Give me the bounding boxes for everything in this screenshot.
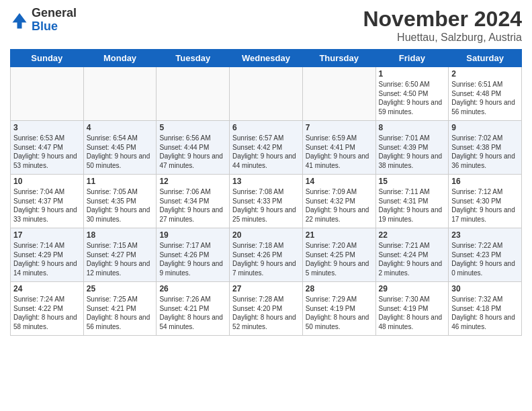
page-container: General Blue November 2024 Huettau, Salz… [0, 0, 532, 339]
day-info: Sunrise: 7:32 AM Sunset: 4:18 PM Dayligh… [451, 295, 519, 331]
header-row: Sunday Monday Tuesday Wednesday Thursday… [11, 50, 522, 67]
day-number: 18 [87, 230, 154, 240]
col-tuesday: Tuesday [157, 50, 230, 67]
day-number: 7 [306, 123, 373, 132]
day-info: Sunrise: 7:14 AM Sunset: 4:29 PM Dayligh… [13, 241, 81, 277]
day-info: Sunrise: 6:59 AM Sunset: 4:41 PM Dayligh… [306, 134, 373, 170]
day-number: 26 [159, 284, 226, 293]
day-number: 9 [451, 123, 519, 132]
day-info: Sunrise: 7:06 AM Sunset: 4:34 PM Dayligh… [159, 187, 226, 224]
day-info: Sunrise: 7:12 AM Sunset: 4:30 PM Dayligh… [451, 187, 519, 224]
day-info: Sunrise: 7:01 AM Sunset: 4:39 PM Dayligh… [379, 134, 446, 170]
day-info: Sunrise: 7:18 AM Sunset: 4:26 PM Dayligh… [232, 241, 300, 277]
logo-icon [10, 11, 29, 30]
calendar-cell: 27Sunrise: 7:28 AM Sunset: 4:20 PM Dayli… [230, 282, 303, 336]
day-info: Sunrise: 7:26 AM Sunset: 4:21 PM Dayligh… [159, 295, 226, 331]
svg-marker-0 [13, 13, 27, 28]
day-info: Sunrise: 7:05 AM Sunset: 4:35 PM Dayligh… [87, 187, 154, 224]
day-number: 27 [232, 284, 300, 293]
day-number: 17 [13, 230, 81, 240]
day-info: Sunrise: 6:56 AM Sunset: 4:44 PM Dayligh… [159, 134, 226, 170]
day-number: 12 [159, 177, 226, 186]
day-number: 4 [87, 123, 154, 132]
calendar-cell [302, 67, 375, 121]
day-number: 23 [451, 230, 519, 240]
day-info: Sunrise: 7:08 AM Sunset: 4:33 PM Dayligh… [232, 187, 300, 224]
day-number: 30 [451, 284, 519, 293]
day-number: 3 [13, 123, 81, 132]
day-number: 24 [13, 284, 81, 293]
day-info: Sunrise: 7:24 AM Sunset: 4:22 PM Dayligh… [13, 295, 81, 331]
day-number: 21 [306, 230, 373, 240]
calendar-cell [83, 67, 157, 121]
day-number: 1 [379, 69, 446, 79]
day-info: Sunrise: 7:25 AM Sunset: 4:21 PM Dayligh… [87, 295, 154, 331]
calendar-cell: 30Sunrise: 7:32 AM Sunset: 4:18 PM Dayli… [449, 282, 522, 336]
calendar-cell: 25Sunrise: 7:25 AM Sunset: 4:21 PM Dayli… [83, 282, 157, 336]
week-row-1: 3Sunrise: 6:53 AM Sunset: 4:47 PM Daylig… [11, 121, 522, 175]
calendar-cell: 24Sunrise: 7:24 AM Sunset: 4:22 PM Dayli… [11, 282, 84, 336]
day-info: Sunrise: 7:17 AM Sunset: 4:26 PM Dayligh… [159, 241, 226, 277]
calendar-cell: 16Sunrise: 7:12 AM Sunset: 4:30 PM Dayli… [449, 175, 522, 228]
calendar-cell: 15Sunrise: 7:11 AM Sunset: 4:31 PM Dayli… [375, 175, 449, 228]
calendar-cell: 12Sunrise: 7:06 AM Sunset: 4:34 PM Dayli… [157, 175, 230, 228]
day-number: 2 [451, 69, 519, 79]
col-thursday: Thursday [302, 50, 375, 67]
calendar-cell: 17Sunrise: 7:14 AM Sunset: 4:29 PM Dayli… [11, 228, 84, 282]
calendar-cell: 14Sunrise: 7:09 AM Sunset: 4:32 PM Dayli… [302, 175, 375, 228]
day-info: Sunrise: 6:53 AM Sunset: 4:47 PM Dayligh… [13, 134, 81, 170]
col-sunday: Sunday [11, 50, 84, 67]
calendar-cell [230, 67, 303, 121]
day-info: Sunrise: 7:11 AM Sunset: 4:31 PM Dayligh… [379, 187, 446, 224]
calendar-cell: 21Sunrise: 7:20 AM Sunset: 4:25 PM Dayli… [302, 228, 375, 282]
day-number: 28 [306, 284, 373, 293]
day-number: 10 [13, 177, 81, 186]
month-title: November 2024 [363, 7, 522, 32]
day-number: 19 [159, 230, 226, 240]
day-number: 11 [87, 177, 154, 186]
title-block: November 2024 Huettau, Salzburg, Austria [363, 7, 522, 44]
calendar-cell [11, 67, 84, 121]
calendar-cell: 26Sunrise: 7:26 AM Sunset: 4:21 PM Dayli… [157, 282, 230, 336]
day-number: 15 [379, 177, 446, 186]
day-number: 13 [232, 177, 300, 186]
day-info: Sunrise: 7:04 AM Sunset: 4:37 PM Dayligh… [13, 187, 81, 224]
calendar-cell: 18Sunrise: 7:15 AM Sunset: 4:27 PM Dayli… [83, 228, 157, 282]
calendar-cell: 3Sunrise: 6:53 AM Sunset: 4:47 PM Daylig… [11, 121, 84, 175]
logo-general: General [32, 6, 77, 19]
col-saturday: Saturday [449, 50, 522, 67]
day-number: 8 [379, 123, 446, 132]
header: General Blue November 2024 Huettau, Salz… [10, 7, 522, 44]
day-number: 6 [232, 123, 300, 132]
calendar-cell: 9Sunrise: 7:02 AM Sunset: 4:38 PM Daylig… [449, 121, 522, 175]
calendar-cell: 11Sunrise: 7:05 AM Sunset: 4:35 PM Dayli… [83, 175, 157, 228]
day-info: Sunrise: 7:28 AM Sunset: 4:20 PM Dayligh… [232, 295, 300, 331]
day-number: 29 [379, 284, 446, 293]
col-monday: Monday [83, 50, 157, 67]
week-row-2: 10Sunrise: 7:04 AM Sunset: 4:37 PM Dayli… [11, 175, 522, 228]
calendar-cell: 13Sunrise: 7:08 AM Sunset: 4:33 PM Dayli… [230, 175, 303, 228]
calendar-table: Sunday Monday Tuesday Wednesday Thursday… [10, 49, 522, 336]
calendar-cell: 29Sunrise: 7:30 AM Sunset: 4:19 PM Dayli… [375, 282, 449, 336]
calendar-cell: 10Sunrise: 7:04 AM Sunset: 4:37 PM Dayli… [11, 175, 84, 228]
calendar-cell: 23Sunrise: 7:22 AM Sunset: 4:23 PM Dayli… [449, 228, 522, 282]
location: Huettau, Salzburg, Austria [363, 32, 522, 44]
day-number: 25 [87, 284, 154, 293]
col-wednesday: Wednesday [230, 50, 303, 67]
calendar-cell: 4Sunrise: 6:54 AM Sunset: 4:45 PM Daylig… [83, 121, 157, 175]
day-info: Sunrise: 7:29 AM Sunset: 4:19 PM Dayligh… [306, 295, 373, 331]
day-info: Sunrise: 6:54 AM Sunset: 4:45 PM Dayligh… [87, 134, 154, 170]
day-info: Sunrise: 7:15 AM Sunset: 4:27 PM Dayligh… [87, 241, 154, 277]
day-info: Sunrise: 7:21 AM Sunset: 4:24 PM Dayligh… [379, 241, 446, 277]
day-info: Sunrise: 7:22 AM Sunset: 4:23 PM Dayligh… [451, 241, 519, 277]
calendar-cell: 2Sunrise: 6:51 AM Sunset: 4:48 PM Daylig… [449, 67, 522, 121]
day-number: 5 [159, 123, 226, 132]
day-info: Sunrise: 6:50 AM Sunset: 4:50 PM Dayligh… [379, 80, 446, 116]
logo-blue: Blue [32, 19, 58, 33]
day-number: 16 [451, 177, 519, 186]
day-number: 20 [232, 230, 300, 240]
calendar-cell: 6Sunrise: 6:57 AM Sunset: 4:42 PM Daylig… [230, 121, 303, 175]
logo: General Blue [10, 7, 77, 34]
day-info: Sunrise: 7:30 AM Sunset: 4:19 PM Dayligh… [379, 295, 446, 331]
calendar-cell: 8Sunrise: 7:01 AM Sunset: 4:39 PM Daylig… [375, 121, 449, 175]
